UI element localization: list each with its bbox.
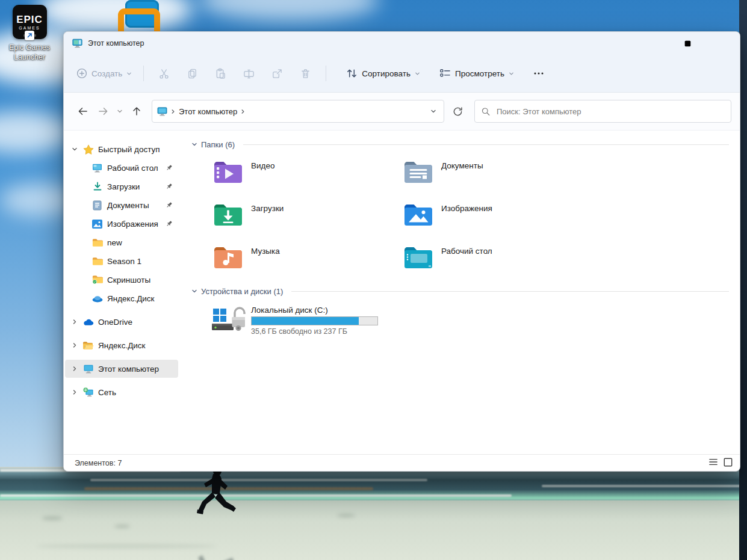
refresh-icon [453,106,463,117]
view-options-icon [439,69,451,78]
new-button[interactable]: Создать [71,63,137,84]
folder-tile-documents[interactable]: Документы [403,158,594,188]
delete-button[interactable] [294,63,317,84]
copy-button[interactable] [181,63,204,84]
navigation-pane: Быстрый доступ Рабочий стол Загрузки [64,131,182,454]
chevron-down-icon [430,108,436,114]
sort-button[interactable]: Сортировать [341,63,426,84]
status-bar: Элементов: 7 [64,454,740,471]
folder-icon [91,238,103,247]
yandex-disk-folder-icon [82,341,94,350]
sidebar-item-yandex-disk-quick[interactable]: Яндекс.Диск [65,289,178,307]
chevron-down-icon [126,71,132,76]
folder-tile-pictures[interactable]: Изображения [403,201,594,231]
section-devices[interactable]: Устройства и диски (1) [191,285,729,298]
chevron-collapsed-icon[interactable] [71,389,78,395]
cut-icon [158,68,170,79]
local-disk-icon [212,306,247,334]
drive-tile-c[interactable]: Локальный диск (C:) 35,6 ГБ свободно из … [212,306,729,336]
chevron-expanded-icon [191,288,197,294]
refresh-button[interactable] [447,101,468,122]
back-button[interactable] [72,101,93,122]
paste-icon [215,68,226,79]
chevron-down-icon [415,71,420,76]
sidebar-item-desktop[interactable]: Рабочий стол [65,159,178,177]
breadcrumb-chevron-icon [170,109,176,114]
forward-button[interactable] [93,101,113,122]
chevron-expanded-icon[interactable] [71,146,78,152]
folders-grid: Видео Документы [213,158,729,274]
folder-tile-videos[interactable]: Видео [213,158,403,188]
up-button[interactable] [126,101,147,122]
close-button[interactable] [705,32,740,55]
folder-tile-downloads[interactable]: Загрузки [213,201,403,231]
large-thumbnails-view-button[interactable] [724,458,733,469]
details-view-icon [708,458,718,466]
desktop-icon-label: Epic Games Launcher [0,43,63,62]
drive-usage-bar [251,316,378,325]
pictures-folder-icon [403,202,433,227]
desktop-folder-icon [403,244,433,269]
share-icon [271,68,283,79]
desktop-icon-partial[interactable] [118,0,161,31]
sidebar-item-new[interactable]: new [65,233,178,251]
shortcut-arrow-icon [25,31,34,40]
chevron-collapsed-icon[interactable] [71,366,78,372]
rename-button[interactable] [237,63,261,84]
cut-button[interactable] [152,63,176,84]
address-bar[interactable]: Этот компьютер [152,100,444,123]
copy-icon [187,68,198,79]
sidebar-item-yandex-disk[interactable]: Яндекс.Диск [65,336,178,354]
drive-usage-fill [252,317,359,325]
forward-arrow-icon [98,106,108,116]
drive-usage-text: 35,6 ГБ свободно из 237 ГБ [251,327,378,336]
breadcrumb-chevron-icon [240,109,246,114]
sidebar-item-quick-access[interactable]: Быстрый доступ [65,140,178,158]
sidebar-item-this-pc[interactable]: Этот компьютер [65,360,178,378]
desktop-monitor-icon [91,164,103,173]
cloud [199,0,379,21]
sidebar-item-documents[interactable]: Документы [65,196,178,214]
navigation-bar: Этот компьютер [64,93,740,131]
sidebar-item-onedrive[interactable]: OneDrive [65,313,178,331]
section-folders[interactable]: Папки (6) [191,138,729,151]
wallpaper-runner-reflection [196,534,241,560]
folder-tile-label: Изображения [441,204,492,213]
more-options-button[interactable] [528,67,550,80]
sidebar-item-network[interactable]: Сеть [65,383,178,401]
minimize-button[interactable] [635,32,670,55]
paste-button[interactable] [209,63,232,84]
folder-tile-label: Видео [251,161,274,170]
folder-tile-label: Документы [441,161,483,170]
details-view-button[interactable] [708,458,718,468]
folder-tile-desktop[interactable]: Рабочий стол [403,244,594,274]
chevron-collapsed-icon[interactable] [71,342,78,348]
document-icon [91,200,103,211]
this-pc-icon [72,38,82,48]
network-icon [82,387,94,397]
folder-tile-music[interactable]: Музыка [213,244,403,274]
epic-logo-text: EPIC [16,14,43,25]
this-pc-icon [157,107,167,116]
sidebar-item-screenshots[interactable]: Скриншоты [65,271,178,289]
view-button[interactable]: Просмотреть [434,64,519,83]
sidebar-item-season-1[interactable]: Season 1 [65,252,178,270]
recent-locations-button[interactable] [113,101,126,122]
sidebar-item-downloads[interactable]: Загрузки [65,177,178,195]
folder-icon [91,257,103,266]
folder-tile-label: Музыка [251,247,280,256]
onedrive-cloud-icon [82,318,94,326]
chevron-collapsed-icon[interactable] [71,319,78,325]
search-input[interactable] [495,106,724,117]
star-icon [82,144,94,155]
window-title: Этот компьютер [88,39,144,48]
cloud [0,111,72,153]
breadcrumb-item[interactable]: Этот компьютер [179,107,237,116]
maximize-button[interactable] [670,32,705,55]
sidebar-item-pictures[interactable]: Изображения [65,215,178,233]
items-count: Элементов: 7 [75,459,122,467]
folder-synced-icon [91,275,103,285]
desktop-icon-epic-games[interactable]: EPIC GAMES Epic Games Launcher [0,5,63,62]
share-button[interactable] [265,63,289,84]
address-dropdown-button[interactable] [428,106,439,117]
